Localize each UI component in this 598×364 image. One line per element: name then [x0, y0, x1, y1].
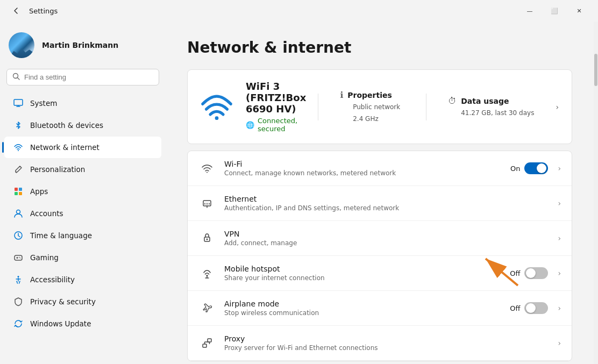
ethernet-row[interactable]: Ethernet Authentication, IP and DNS sett…	[188, 186, 572, 221]
proxy-title: Proxy	[224, 334, 553, 343]
proxy-row[interactable]: Proxy Proxy server for Wi-Fi and Etherne…	[188, 326, 572, 361]
sidebar-profile[interactable]: Martin Brinkmann	[0, 26, 166, 69]
airplane-row-icon	[198, 299, 216, 317]
hotspot-desc: Share your internet connection	[224, 274, 510, 282]
wifi-title: Wi-Fi	[224, 160, 510, 168]
app-container: Martin Brinkmann	[0, 22, 598, 364]
svg-point-16	[20, 258, 21, 259]
svg-point-15	[19, 257, 20, 258]
sidebar-item-accounts[interactable]: Accounts	[4, 203, 161, 224]
sidebar-item-label: Windows Update	[30, 319, 91, 328]
network-info: WiFi 3 (FRITZ!Box 6690 HV) 🌐 Connected, …	[246, 81, 307, 133]
scrollbar-thumb[interactable]	[594, 54, 597, 86]
data-usage-icon: ⏱	[448, 96, 457, 106]
brush-icon	[13, 164, 24, 175]
vpn-row-text: VPN Add, connect, manage	[224, 230, 553, 247]
vpn-row-icon	[198, 230, 216, 247]
hotspot-chevron-icon: ›	[558, 269, 561, 277]
content-wrapper: Network & internet WiFi 3 (FRITZ!Box 669…	[166, 22, 598, 364]
wifi-row-text: Wi-Fi Connect, manage known networks, me…	[224, 160, 510, 177]
sidebar-item-label: Apps	[30, 187, 48, 196]
svg-rect-31	[208, 339, 211, 342]
sidebar-item-bluetooth[interactable]: Bluetooth & devices	[4, 115, 161, 136]
vpn-row[interactable]: VPN Add, connect, manage ›	[188, 221, 572, 256]
airplane-chevron-icon: ›	[558, 304, 561, 312]
sidebar-item-apps[interactable]: Apps	[4, 181, 161, 202]
airplane-row[interactable]: Airplane mode Stop wireless communicatio…	[188, 291, 572, 326]
gaming-icon	[13, 252, 24, 263]
sidebar-search-box[interactable]	[6, 69, 159, 85]
wifi-toggle[interactable]	[524, 162, 548, 174]
vpn-title: VPN	[224, 230, 553, 238]
network-hero-card: WiFi 3 (FRITZ!Box 6690 HV) 🌐 Connected, …	[187, 69, 572, 144]
ethernet-desc: Authentication, IP and DNS settings, met…	[224, 204, 553, 212]
hotspot-row-text: Mobile hotspot Share your internet conne…	[224, 265, 510, 282]
sidebar-item-label: System	[30, 99, 57, 108]
sidebar-item-label: Accessibility	[30, 275, 75, 284]
hero-properties[interactable]: ℹ Properties Public network 2.4 GHz	[329, 90, 415, 124]
hero-chevron-icon[interactable]: ›	[556, 103, 559, 111]
sidebar-item-label: Privacy & security	[30, 297, 96, 306]
close-button[interactable]: ✕	[567, 2, 592, 19]
airplane-title: Airplane mode	[224, 299, 510, 308]
maximize-button[interactable]: ⬜	[542, 2, 567, 19]
info-icon: ℹ	[340, 90, 343, 100]
ethernet-row-text: Ethernet Authentication, IP and DNS sett…	[224, 195, 553, 212]
monitor-icon	[13, 98, 24, 109]
airplane-toggle[interactable]	[524, 302, 548, 314]
hotspot-row[interactable]: Mobile hotspot Share your internet conne…	[188, 256, 572, 291]
search-input[interactable]	[24, 73, 153, 81]
hotspot-toggle-label: Off	[510, 269, 520, 277]
sidebar-item-personalization[interactable]: Personalization	[4, 159, 161, 180]
vpn-action: ›	[553, 234, 561, 242]
data-usage-title: Data usage	[461, 97, 509, 105]
sidebar-item-gaming[interactable]: Gaming	[4, 247, 161, 268]
network-status: 🌐 Connected, secured	[246, 117, 307, 133]
person-icon	[13, 208, 24, 219]
svg-point-19	[207, 172, 208, 173]
wifi-toggle-container: On	[510, 162, 548, 174]
properties-sub2: 2.4 GHz	[340, 114, 404, 124]
wifi-desc: Connect, manage known networks, metered …	[224, 169, 510, 177]
airplane-action: Off ›	[510, 302, 561, 314]
svg-point-17	[18, 276, 19, 277]
svg-rect-8	[15, 192, 18, 195]
wifi-chevron-icon: ›	[558, 164, 561, 173]
minimize-button[interactable]: —	[517, 2, 542, 19]
proxy-action: ›	[553, 339, 561, 347]
scrollbar[interactable]	[594, 22, 598, 364]
sidebar-item-label: Time & language	[30, 231, 92, 240]
hotspot-action: Off ›	[510, 267, 561, 279]
svg-rect-6	[15, 188, 18, 191]
sidebar-item-system[interactable]: System	[4, 92, 161, 114]
hero-data-usage[interactable]: ⏱ Data usage 41.27 GB, last 30 days	[437, 96, 545, 118]
back-button[interactable]	[9, 3, 24, 18]
wifi-hero-icon	[201, 94, 233, 120]
sidebar-item-label: Accounts	[30, 209, 63, 218]
main-content: Network & internet WiFi 3 (FRITZ!Box 669…	[166, 22, 594, 364]
hotspot-toggle[interactable]	[524, 267, 548, 279]
hotspot-row-icon	[198, 265, 216, 282]
wifi-row[interactable]: Wi-Fi Connect, manage known networks, me…	[188, 151, 572, 186]
globe-icon: 🌐	[246, 121, 254, 129]
sidebar-item-time[interactable]: Time & language	[4, 225, 161, 246]
wifi-toggle-label: On	[510, 165, 520, 173]
airplane-toggle-container: Off	[510, 302, 548, 314]
shield-icon	[13, 296, 24, 307]
svg-rect-2	[14, 99, 23, 105]
sidebar-item-privacy[interactable]: Privacy & security	[4, 291, 161, 312]
data-usage-sub: 41.27 GB, last 30 days	[448, 108, 534, 118]
sidebar-item-accessibility[interactable]: Accessibility	[4, 269, 161, 290]
window-controls: — ⬜ ✕	[517, 2, 592, 19]
titlebar: Settings — ⬜ ✕	[0, 0, 598, 22]
sidebar-item-network[interactable]: Network & internet	[4, 137, 161, 158]
ethernet-action: ›	[553, 199, 561, 208]
accessibility-icon	[13, 274, 24, 285]
profile-name: Martin Brinkmann	[42, 41, 118, 49]
svg-rect-30	[203, 344, 207, 347]
sidebar-item-label: Network & internet	[30, 143, 99, 152]
wifi-icon	[13, 142, 24, 153]
properties-sub1: Public network	[340, 102, 404, 112]
proxy-desc: Proxy server for Wi-Fi and Ethernet conn…	[224, 344, 553, 352]
sidebar-item-update[interactable]: Windows Update	[4, 313, 161, 334]
